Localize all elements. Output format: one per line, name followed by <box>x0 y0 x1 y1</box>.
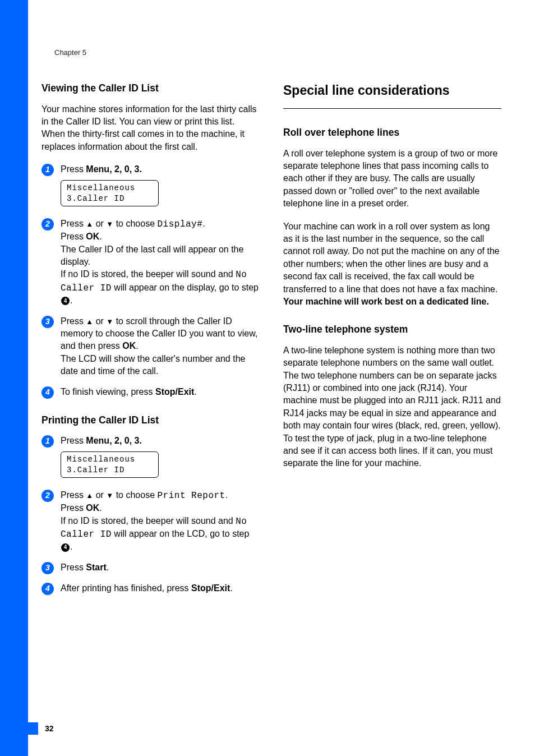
text: Press <box>61 164 86 174</box>
rollover-p1: A roll over telephone system is a group … <box>283 147 501 210</box>
viewing-step-4: 4 To finish viewing, press Stop/Exit. <box>41 386 260 399</box>
text: to choose <box>113 490 157 500</box>
chapter-header: Chapter 5 <box>54 48 86 58</box>
lcd-line: Miscellaneous <box>67 183 153 193</box>
step-body: Press Menu, 2, 0, 3. Miscellaneous 3.Cal… <box>61 435 260 481</box>
right-column: Special line considerations Roll over te… <box>283 81 501 603</box>
print-report: Print Report <box>158 491 225 501</box>
up-arrow-icon: ▲ <box>86 220 93 228</box>
viewing-step-3: 3 Press ▲ or ▼ to scroll through the Cal… <box>41 315 260 378</box>
text: Press <box>61 490 86 500</box>
down-arrow-icon: ▼ <box>106 491 113 500</box>
text: If no ID is stored, the beeper will soun… <box>61 516 236 525</box>
text: . <box>99 503 102 513</box>
dedicated-line-emphasis: Your machine will work best on a dedicat… <box>283 297 489 306</box>
step-body: Press ▲ or ▼ to choose Print Report. Pre… <box>61 489 260 554</box>
text: Press <box>61 316 86 326</box>
text: To finish viewing, press <box>61 387 155 397</box>
step-badge-1: 1 <box>41 435 54 448</box>
menu-key: Menu <box>86 436 109 445</box>
step-badge-2: 2 <box>41 490 54 502</box>
ok-key: OK <box>122 341 136 351</box>
heading-viewing-caller-id: Viewing the Caller ID List <box>41 81 260 95</box>
step-badge-4: 4 <box>41 386 54 399</box>
text: or <box>93 316 106 326</box>
text: . <box>202 219 205 228</box>
lcd-line: 3.Caller ID <box>67 465 153 475</box>
content-area: Viewing the Caller ID List Your machine … <box>41 81 501 603</box>
text: . <box>136 341 138 351</box>
viewing-step-1: 1 Press Menu, 2, 0, 3. Miscellaneous 3.C… <box>41 163 260 210</box>
heading-special-line: Special line considerations <box>283 81 501 99</box>
text: Press <box>61 232 86 241</box>
text: If no ID is stored, the beeper will soun… <box>61 269 236 279</box>
text: . <box>107 563 109 572</box>
text: or <box>93 490 106 500</box>
step-badge-1: 1 <box>41 164 54 176</box>
start-key: Start <box>86 563 106 572</box>
text: . <box>225 490 228 500</box>
step-badge-4: 4 <box>41 583 54 595</box>
text: . <box>194 387 196 397</box>
text: After printing has finished, press <box>61 583 191 593</box>
text: Your machine can work in a roll over sys… <box>283 222 500 294</box>
down-arrow-icon: ▼ <box>106 220 113 228</box>
divider <box>283 108 501 109</box>
text: . <box>70 542 72 551</box>
text: Press <box>61 436 86 445</box>
key-seq: , 2, 0, 3. <box>109 436 142 445</box>
ok-key: OK <box>86 232 99 241</box>
step-ref-4-icon: 4 <box>61 297 70 305</box>
step-body: To finish viewing, press Stop/Exit. <box>61 386 260 398</box>
text: will appear on the display, go to step <box>112 283 259 292</box>
left-column: Viewing the Caller ID List Your machine … <box>41 81 260 603</box>
heading-twoline: Two-line telephone system <box>283 322 501 336</box>
page-number: 32 <box>45 723 54 735</box>
rollover-p2: Your machine can work in a roll over sys… <box>283 220 501 308</box>
text: . <box>230 583 232 593</box>
step-body: Press Menu, 2, 0, 3. Miscellaneous 3.Cal… <box>61 163 260 210</box>
lcd-display: Miscellaneous 3.Caller ID <box>61 180 159 206</box>
twoline-p1: A two-line telephone system is nothing m… <box>283 344 501 470</box>
step-body: After printing has finished, press Stop/… <box>61 582 260 594</box>
step-body: Press ▲ or ▼ to scroll through the Calle… <box>61 315 260 378</box>
printing-step-1: 1 Press Menu, 2, 0, 3. Miscellaneous 3.C… <box>41 435 260 481</box>
step-badge-3: 3 <box>41 316 54 328</box>
printing-step-4: 4 After printing has finished, press Sto… <box>41 582 260 595</box>
step-badge-2: 2 <box>41 218 54 231</box>
down-arrow-icon: ▼ <box>106 317 113 326</box>
text: will appear on the LCD, go to step <box>112 529 249 538</box>
step-badge-3: 3 <box>41 562 54 574</box>
text: The LCD will show the caller's number an… <box>61 354 245 376</box>
menu-key: Menu <box>86 164 109 174</box>
text: to choose <box>113 219 157 228</box>
text: Press <box>61 219 86 228</box>
page-number-stripe <box>0 722 38 735</box>
up-arrow-icon: ▲ <box>86 317 93 326</box>
stop-exit-key: Stop/Exit <box>191 583 230 593</box>
text: or <box>93 219 106 228</box>
step-body: Press Start. <box>61 561 260 574</box>
text: . <box>70 296 72 305</box>
printing-step-3: 3 Press Start. <box>41 561 260 574</box>
text: Press <box>61 503 86 513</box>
up-arrow-icon: ▲ <box>86 491 93 500</box>
lcd-display: Miscellaneous 3.Caller ID <box>61 451 159 477</box>
display-hash: Display# <box>158 219 203 229</box>
stop-exit-key: Stop/Exit <box>155 387 194 397</box>
lcd-line: 3.Caller ID <box>67 193 153 204</box>
text: . <box>99 232 102 241</box>
heading-printing-caller-id: Printing the Caller ID List <box>41 413 260 427</box>
intro-paragraph: Your machine stores information for the … <box>41 103 260 154</box>
ok-key: OK <box>86 503 99 513</box>
key-seq: , 2, 0, 3. <box>109 164 142 174</box>
heading-rollover: Roll over telephone lines <box>283 126 501 140</box>
step-ref-4-icon: 4 <box>61 543 70 552</box>
text: The Caller ID of the last call will appe… <box>61 245 243 266</box>
lcd-line: Miscellaneous <box>67 454 153 464</box>
vertical-blue-stripe <box>0 0 28 756</box>
step-body: Press ▲ or ▼ to choose Display#. Press O… <box>61 218 260 307</box>
viewing-step-2: 2 Press ▲ or ▼ to choose Display#. Press… <box>41 218 260 307</box>
text: Press <box>61 563 86 572</box>
printing-step-2: 2 Press ▲ or ▼ to choose Print Report. P… <box>41 489 260 554</box>
